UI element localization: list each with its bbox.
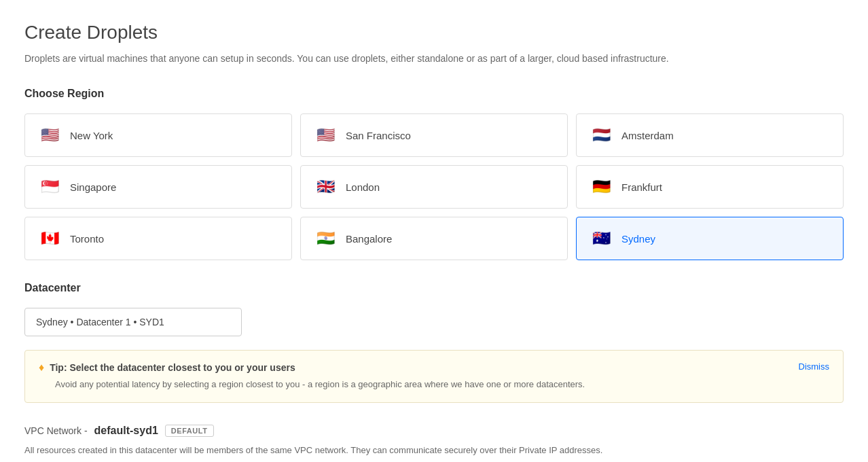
- flag-icon-new-york: [39, 126, 60, 144]
- tip-box: ♦ Tip: Select the datacenter closest to …: [24, 350, 844, 403]
- region-card-new-york[interactable]: New York: [24, 113, 292, 157]
- region-name-singapore: Singapore: [70, 181, 116, 193]
- tip-header: ♦ Tip: Select the datacenter closest to …: [39, 361, 829, 374]
- region-name-amsterdam: Amsterdam: [621, 130, 674, 141]
- region-name-london: London: [346, 181, 380, 193]
- region-card-sydney[interactable]: Sydney: [576, 217, 844, 260]
- region-name-new-york: New York: [70, 130, 113, 141]
- page-description: Droplets are virtual machines that anyon…: [24, 52, 844, 66]
- region-name-frankfurt: Frankfurt: [621, 181, 662, 193]
- region-card-london[interactable]: London: [300, 165, 568, 209]
- region-card-san-francisco[interactable]: San Francisco: [300, 113, 568, 157]
- flag-icon-bangalore: [314, 230, 336, 247]
- region-card-frankfurt[interactable]: Frankfurt: [576, 165, 844, 209]
- flag-icon-singapore: [39, 178, 60, 196]
- dismiss-button[interactable]: Dismiss: [799, 361, 830, 372]
- region-name-san-francisco: San Francisco: [346, 130, 411, 141]
- flag-icon-sydney: [590, 230, 612, 247]
- default-badge: DEFAULT: [165, 425, 214, 437]
- datacenter-section: Datacenter Sydney • Datacenter 1 • SYD1: [24, 282, 844, 336]
- regions-grid: New YorkSan FranciscoAmsterdamSingaporeL…: [24, 113, 844, 260]
- tip-icon: ♦: [39, 361, 44, 374]
- tip-body: Avoid any potential latency by selecting…: [39, 378, 829, 391]
- region-card-amsterdam[interactable]: Amsterdam: [576, 113, 844, 157]
- page-title: Create Droplets: [24, 22, 844, 43]
- datacenter-heading: Datacenter: [24, 282, 844, 294]
- flag-icon-frankfurt: [590, 178, 612, 196]
- flag-icon-san-francisco: [314, 126, 336, 144]
- region-card-toronto[interactable]: Toronto: [24, 217, 292, 260]
- datacenter-select[interactable]: Sydney • Datacenter 1 • SYD1: [24, 308, 242, 336]
- vpc-label: VPC Network -: [24, 425, 88, 436]
- vpc-description: All resources created in this datacenter…: [24, 444, 844, 457]
- vpc-network-name: default-syd1: [94, 425, 158, 437]
- region-card-singapore[interactable]: Singapore: [24, 165, 292, 209]
- flag-icon-toronto: [39, 230, 60, 247]
- choose-region-heading: Choose Region: [24, 88, 844, 100]
- flag-icon-amsterdam: [590, 126, 612, 144]
- flag-icon-london: [314, 178, 336, 196]
- region-name-sydney: Sydney: [621, 233, 655, 245]
- region-name-bangalore: Bangalore: [346, 233, 392, 245]
- tip-title: Tip: Select the datacenter closest to yo…: [50, 362, 295, 373]
- region-card-bangalore[interactable]: Bangalore: [300, 217, 568, 260]
- vpc-section: VPC Network - default-syd1 DEFAULT: [24, 425, 844, 437]
- region-name-toronto: Toronto: [70, 233, 104, 245]
